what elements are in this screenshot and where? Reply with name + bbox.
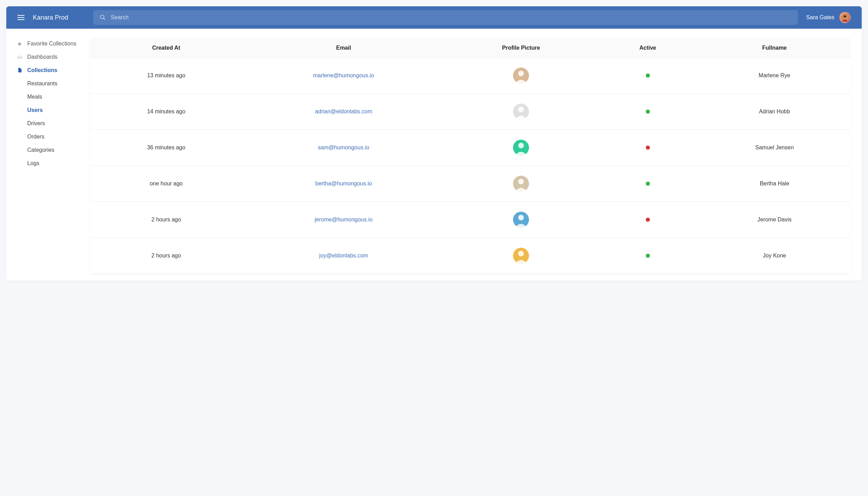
cell-active — [597, 254, 699, 258]
search-input[interactable] — [111, 14, 791, 21]
svg-point-20 — [518, 215, 524, 220]
cell-profile-picture — [445, 140, 597, 156]
status-dot-icon — [646, 146, 650, 150]
avatar[interactable] — [513, 68, 529, 84]
table-row[interactable]: 2 hours agojerome@humongous.io Jerome Da… — [90, 202, 851, 238]
star-icon — [17, 41, 22, 46]
column-header-created-at[interactable]: Created At — [90, 45, 242, 51]
main-content: Created At Email Profile Picture Active … — [90, 29, 862, 281]
cell-created-at: 13 minutes ago — [90, 72, 242, 79]
search-box[interactable] — [93, 10, 798, 25]
user-name: Sara Gates — [806, 14, 834, 21]
avatar[interactable] — [513, 140, 529, 156]
cell-created-at: 36 minutes ago — [90, 144, 242, 151]
table-row[interactable]: 2 hours agojoy@eldonlabs.com Joy Kone — [90, 238, 851, 274]
sidebar-subitem-users[interactable]: Users — [6, 104, 90, 117]
sidebar-subitem-label: Meals — [27, 94, 42, 100]
cell-created-at: one hour ago — [90, 180, 242, 187]
svg-point-14 — [518, 107, 524, 112]
sidebar-item-collections[interactable]: Collections — [6, 64, 90, 77]
cell-profile-picture — [445, 176, 597, 192]
avatar[interactable] — [513, 176, 529, 192]
svg-point-16 — [518, 143, 524, 148]
status-dot-icon — [646, 109, 650, 114]
sidebar-subitem-label: Logs — [27, 160, 39, 166]
table-row[interactable]: 13 minutes agomarlene@humongous.io Marle… — [90, 58, 851, 94]
sidebar-item-dashboards[interactable]: Dashboards — [6, 50, 90, 64]
cell-created-at: 2 hours ago — [90, 253, 242, 259]
cell-active — [597, 182, 699, 186]
users-table: Created At Email Profile Picture Active … — [90, 38, 851, 274]
sidebar-item-label: Dashboards — [27, 54, 57, 60]
sidebar-subitem-label: Categories — [27, 147, 54, 153]
chart-icon — [17, 55, 22, 59]
cell-fullname: Marlene Rye — [699, 72, 851, 79]
avatar[interactable] — [513, 248, 529, 264]
svg-point-18 — [518, 179, 524, 184]
cell-active — [597, 218, 699, 222]
app-title: Kanara Prod — [33, 14, 68, 21]
avatar[interactable] — [513, 212, 529, 228]
sidebar-item-favorites[interactable]: Favorite Collections — [6, 37, 90, 50]
sidebar: Favorite Collections Dashboards Collecti… — [6, 29, 90, 281]
app-container: Kanara Prod Sara Gates — [6, 6, 862, 281]
status-dot-icon — [646, 254, 650, 258]
cell-profile-picture — [445, 212, 597, 228]
table-row[interactable]: 14 minutes agoadrian@eldonlabs.com Adria… — [90, 94, 851, 130]
column-header-email[interactable]: Email — [242, 45, 445, 51]
cell-email[interactable]: joy@eldonlabs.com — [242, 253, 445, 259]
status-dot-icon — [646, 73, 650, 78]
table-body: 13 minutes agomarlene@humongous.io Marle… — [90, 58, 851, 274]
sidebar-subitem-orders[interactable]: Orders — [6, 130, 90, 143]
cell-fullname: Jerome Davis — [699, 217, 851, 223]
cell-active — [597, 109, 699, 114]
sidebar-item-label: Favorite Collections — [27, 41, 77, 47]
status-dot-icon — [646, 182, 650, 186]
svg-point-12 — [518, 71, 524, 76]
search-icon — [100, 14, 106, 21]
cell-fullname: Adrian Hobb — [699, 108, 851, 115]
cell-email[interactable]: jerome@humongous.io — [242, 217, 445, 223]
cell-fullname: Bertha Hale — [699, 180, 851, 187]
cell-created-at: 2 hours ago — [90, 217, 242, 223]
table-header-row: Created At Email Profile Picture Active … — [90, 38, 851, 58]
table-row[interactable]: one hour agobertha@humongous.io Bertha H… — [90, 166, 851, 202]
column-header-profile-picture[interactable]: Profile Picture — [445, 45, 597, 51]
sidebar-subitem-logs[interactable]: Logs — [6, 157, 90, 170]
sidebar-subitem-categories[interactable]: Categories — [6, 143, 90, 157]
cell-active — [597, 73, 699, 78]
svg-point-3 — [100, 15, 104, 19]
cell-email[interactable]: sam@humongous.io — [242, 144, 445, 151]
sidebar-subitem-meals[interactable]: Meals — [6, 90, 90, 104]
sidebar-subitem-restaurants[interactable]: Restaurants — [6, 77, 90, 90]
column-header-fullname[interactable]: Fullname — [699, 45, 851, 51]
sidebar-subitem-label: Users — [27, 107, 43, 113]
column-header-active[interactable]: Active — [597, 45, 699, 51]
sidebar-subitem-label: Restaurants — [27, 80, 57, 86]
table-row[interactable]: 36 minutes agosam@humongous.io Samuel Je… — [90, 130, 851, 166]
cell-email[interactable]: adrian@eldonlabs.com — [242, 108, 445, 115]
sidebar-subitem-label: Orders — [27, 134, 44, 140]
cell-email[interactable]: bertha@humongous.io — [242, 180, 445, 187]
cell-email[interactable]: marlene@humongous.io — [242, 72, 445, 79]
svg-line-4 — [103, 18, 105, 20]
user-menu[interactable]: Sara Gates — [806, 12, 851, 23]
sidebar-subitem-drivers[interactable]: Drivers — [6, 117, 90, 130]
user-avatar — [839, 12, 851, 23]
cell-active — [597, 146, 699, 150]
cell-profile-picture — [445, 104, 597, 120]
document-icon — [17, 68, 22, 73]
hamburger-menu-icon[interactable] — [17, 15, 24, 20]
svg-point-22 — [518, 251, 524, 256]
cell-fullname: Joy Kone — [699, 253, 851, 259]
cell-fullname: Samuel Jensen — [699, 144, 851, 151]
cell-profile-picture — [445, 248, 597, 264]
cell-profile-picture — [445, 68, 597, 84]
app-header: Kanara Prod Sara Gates — [6, 6, 862, 29]
app-body: Favorite Collections Dashboards Collecti… — [6, 29, 862, 281]
avatar[interactable] — [513, 104, 529, 120]
sidebar-subitem-label: Drivers — [27, 120, 45, 126]
cell-created-at: 14 minutes ago — [90, 108, 242, 115]
status-dot-icon — [646, 218, 650, 222]
sidebar-item-label: Collections — [27, 67, 57, 73]
